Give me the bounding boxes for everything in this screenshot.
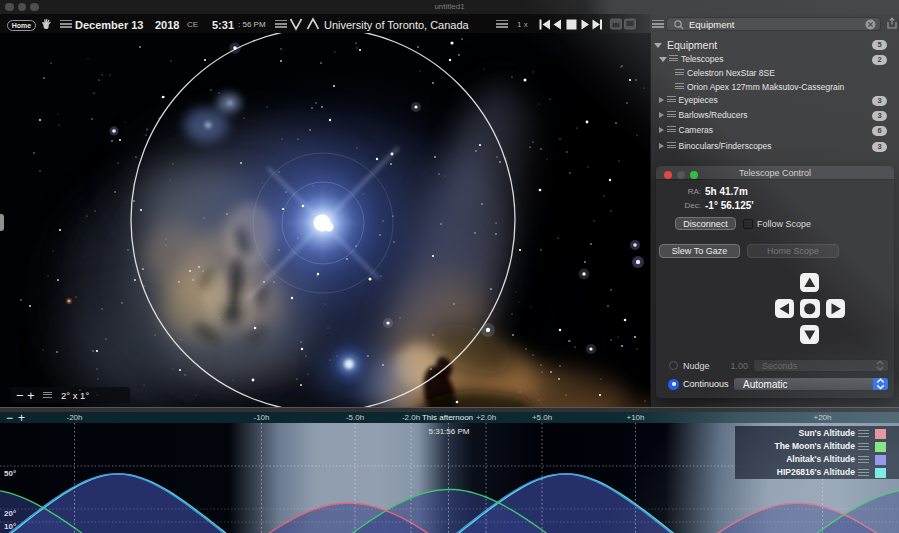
svg-text:10°: 10°: [4, 522, 16, 531]
svg-text:20°: 20°: [4, 509, 16, 518]
svg-text:50°: 50°: [4, 469, 16, 478]
